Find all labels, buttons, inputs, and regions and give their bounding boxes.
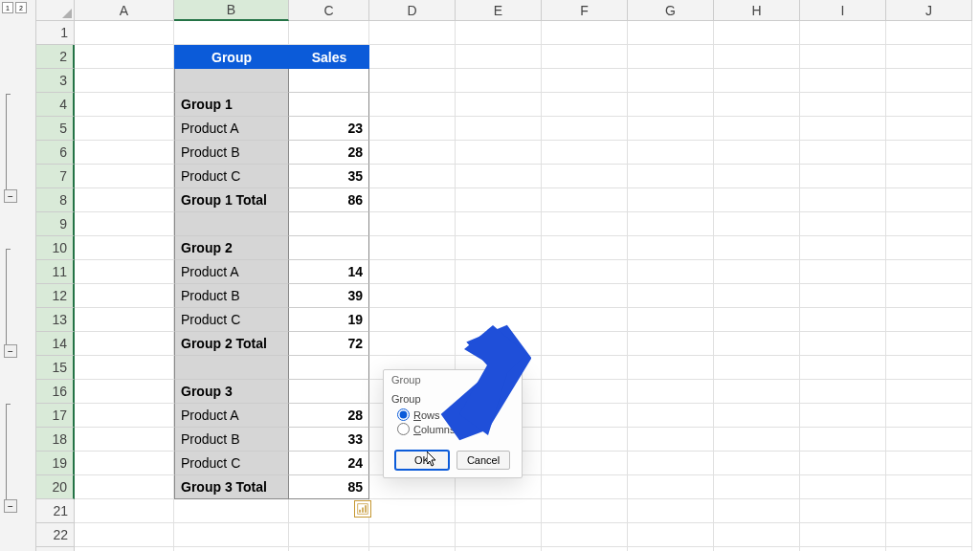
cell[interactable] xyxy=(628,260,714,284)
radio-rows[interactable]: Rows xyxy=(397,408,514,421)
cell[interactable] xyxy=(714,356,800,380)
cell[interactable] xyxy=(75,260,174,284)
row-header-1[interactable]: 1 xyxy=(36,21,75,45)
cell[interactable] xyxy=(800,21,886,45)
cell[interactable] xyxy=(714,523,800,547)
cell[interactable] xyxy=(75,45,174,69)
cell[interactable] xyxy=(886,428,972,452)
cell[interactable] xyxy=(289,212,369,236)
cell[interactable] xyxy=(289,69,369,93)
cell[interactable] xyxy=(289,93,369,117)
cell[interactable]: Product B xyxy=(174,141,289,165)
cell[interactable] xyxy=(369,332,456,356)
cell[interactable] xyxy=(75,356,174,380)
cell[interactable] xyxy=(886,21,972,45)
cell[interactable] xyxy=(369,475,456,499)
cell[interactable] xyxy=(542,21,628,45)
cell[interactable] xyxy=(628,547,714,551)
cell[interactable] xyxy=(369,308,456,332)
cell[interactable] xyxy=(369,45,456,69)
cell[interactable] xyxy=(369,117,456,141)
row-header-21[interactable]: 21 xyxy=(36,499,75,523)
cell[interactable] xyxy=(886,188,972,212)
cell[interactable] xyxy=(886,475,972,499)
cell[interactable]: Product B xyxy=(174,284,289,308)
cell[interactable] xyxy=(714,547,800,551)
cell[interactable] xyxy=(456,547,542,551)
cell[interactable] xyxy=(75,188,174,212)
row-header-2[interactable]: 2 xyxy=(36,45,75,69)
cell[interactable]: Product C xyxy=(174,165,289,188)
cell[interactable] xyxy=(542,284,628,308)
outline-collapse-2[interactable]: − xyxy=(4,344,17,358)
cell[interactable] xyxy=(456,523,542,547)
col-header-h[interactable]: H xyxy=(714,0,800,21)
cell[interactable] xyxy=(800,332,886,356)
cell[interactable] xyxy=(800,260,886,284)
cell[interactable] xyxy=(800,69,886,93)
cell[interactable] xyxy=(542,523,628,547)
cell[interactable] xyxy=(456,308,542,332)
cell[interactable]: Product B xyxy=(174,428,289,452)
cell[interactable]: Sales xyxy=(289,45,369,69)
cell[interactable] xyxy=(289,21,369,45)
cell[interactable] xyxy=(628,141,714,165)
cell[interactable] xyxy=(75,404,174,428)
cell[interactable] xyxy=(542,141,628,165)
cell[interactable] xyxy=(714,141,800,165)
cell[interactable] xyxy=(289,356,369,380)
cell[interactable] xyxy=(800,356,886,380)
cell[interactable] xyxy=(714,69,800,93)
cell[interactable] xyxy=(800,428,886,452)
cell[interactable]: Product C xyxy=(174,452,289,475)
row-header-10[interactable]: 10 xyxy=(36,236,75,260)
cell[interactable] xyxy=(456,93,542,117)
cell[interactable] xyxy=(456,475,542,499)
cell[interactable] xyxy=(369,236,456,260)
cell[interactable] xyxy=(800,117,886,141)
cell[interactable] xyxy=(542,428,628,452)
cell[interactable] xyxy=(542,260,628,284)
cell[interactable] xyxy=(369,21,456,45)
cell[interactable] xyxy=(628,93,714,117)
cell[interactable] xyxy=(628,380,714,404)
cell[interactable]: 28 xyxy=(289,404,369,428)
row-header-3[interactable]: 3 xyxy=(36,69,75,93)
cell[interactable] xyxy=(456,45,542,69)
cell[interactable] xyxy=(542,165,628,188)
cell[interactable] xyxy=(800,308,886,332)
cell[interactable]: Group 2 xyxy=(174,236,289,260)
cell[interactable] xyxy=(628,284,714,308)
cell[interactable]: Product A xyxy=(174,260,289,284)
cell[interactable] xyxy=(75,499,174,523)
cell[interactable] xyxy=(174,212,289,236)
outline-collapse-1[interactable]: − xyxy=(4,189,17,203)
cell[interactable] xyxy=(542,69,628,93)
col-header-g[interactable]: G xyxy=(628,0,714,21)
row-header-8[interactable]: 8 xyxy=(36,188,75,212)
cell[interactable] xyxy=(714,428,800,452)
cell[interactable] xyxy=(886,284,972,308)
cell[interactable]: 23 xyxy=(289,117,369,141)
cell[interactable] xyxy=(289,236,369,260)
cell[interactable] xyxy=(75,141,174,165)
cell[interactable] xyxy=(628,356,714,380)
cell[interactable] xyxy=(289,380,369,404)
cell[interactable] xyxy=(800,236,886,260)
row-header-12[interactable]: 12 xyxy=(36,284,75,308)
outline-level-1-button[interactable]: 1 xyxy=(2,2,13,13)
cell[interactable] xyxy=(542,475,628,499)
cell[interactable] xyxy=(886,499,972,523)
cell[interactable] xyxy=(886,69,972,93)
cell[interactable] xyxy=(800,404,886,428)
cell[interactable] xyxy=(628,212,714,236)
cell[interactable] xyxy=(886,547,972,551)
cell[interactable] xyxy=(456,69,542,93)
cell[interactable] xyxy=(886,523,972,547)
cell[interactable] xyxy=(289,523,369,547)
cell[interactable]: 86 xyxy=(289,188,369,212)
cell[interactable] xyxy=(800,45,886,69)
cell[interactable]: 24 xyxy=(289,452,369,475)
cell[interactable] xyxy=(456,117,542,141)
radio-rows-input[interactable] xyxy=(397,408,410,421)
